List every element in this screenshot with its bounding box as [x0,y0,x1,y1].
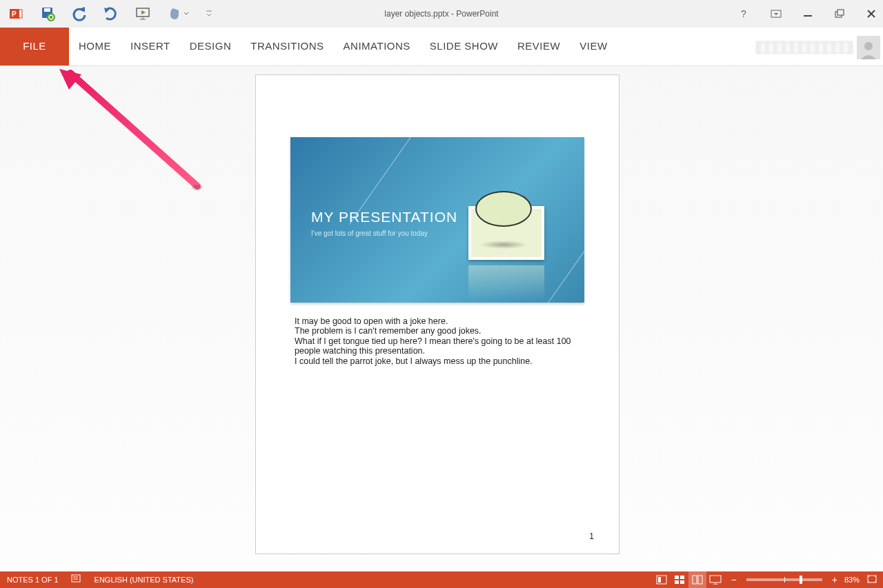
slide-subtitle-text: I've got lots of great stuff for you tod… [311,230,428,237]
zoom-level[interactable]: 83% [844,576,860,584]
minimize-icon[interactable] [800,6,815,21]
help-icon[interactable]: ? [737,6,752,21]
ribbon-display-icon[interactable] [768,6,784,21]
notes-line: What if I get tongue tied up here? I mea… [295,336,580,356]
ribbon-tabs: FILE HOME INSERT DESIGN TRANSITIONS ANIM… [0,28,883,66]
svg-rect-26 [675,580,679,584]
slideshow-start-icon[interactable] [134,5,152,23]
svg-point-5 [47,13,55,21]
notes-line: It may be good to open with a joke here. [295,316,580,326]
tab-animations[interactable]: ANIMATIONS [334,28,420,65]
svg-rect-24 [675,576,679,579]
page-number: 1 [589,531,594,541]
status-bar: NOTES 1 OF 1 ENGLISH (UNITED STATES) − +… [0,571,883,588]
notes-line: I could tell the parrot joke, but I alwa… [295,356,580,366]
tab-design[interactable]: DESIGN [180,28,241,65]
save-icon[interactable] [39,5,57,23]
powerpoint-icon[interactable]: P [7,5,25,23]
zoom-slider[interactable] [746,578,822,581]
slide-sorter-icon[interactable] [671,571,688,588]
restore-icon[interactable] [832,6,847,21]
account-name-blurred [756,41,853,54]
tab-home[interactable]: HOME [69,28,121,65]
spellcheck-icon[interactable] [71,574,82,585]
svg-point-18 [192,185,203,190]
tab-transitions[interactable]: TRANSITIONS [241,28,333,65]
window-title: layer objects.pptx - PowerPoint [384,9,498,19]
status-language[interactable]: ENGLISH (UNITED STATES) [95,576,194,584]
svg-rect-19 [72,575,80,582]
svg-rect-14 [837,10,844,15]
notes-page[interactable]: MY PRESENTATION I've got lots of great s… [255,74,619,554]
quick-access-toolbar: P [0,5,214,23]
normal-view-icon[interactable] [653,571,671,588]
svg-rect-4 [44,8,50,12]
svg-rect-23 [658,577,661,582]
status-notes-count[interactable]: NOTES 1 OF 1 [7,576,59,584]
reading-view-icon[interactable] [688,571,706,588]
account-area[interactable] [756,36,880,59]
notes-line: The problem is I can't remember any good… [295,326,580,336]
qat-customize-icon[interactable] [204,5,214,23]
shape-oval [475,191,532,227]
tab-view[interactable]: VIEW [570,28,617,65]
undo-icon[interactable] [70,5,88,23]
slide-title-text: MY PRESENTATION [311,209,457,225]
svg-point-17 [864,42,873,50]
slide-thumbnail[interactable]: MY PRESENTATION I've got lots of great s… [290,137,584,303]
svg-rect-25 [680,576,684,579]
touch-mode-icon[interactable] [166,5,190,23]
notes-page-view: MY PRESENTATION I've got lots of great s… [0,66,883,571]
svg-rect-30 [710,576,721,582]
annotation-arrow [39,69,218,207]
notes-text[interactable]: It may be good to open with a joke here.… [295,316,580,366]
shape-oval-shadow [479,241,528,249]
avatar-icon[interactable] [857,36,880,59]
close-icon[interactable] [864,6,879,21]
tab-review[interactable]: REVIEW [508,28,570,65]
tab-insert[interactable]: INSERT [121,28,180,65]
svg-rect-28 [693,576,697,584]
zoom-in-icon[interactable]: + [832,574,837,585]
view-buttons [653,571,724,588]
svg-rect-27 [680,580,684,584]
svg-rect-29 [698,576,702,584]
zoom-out-icon[interactable]: − [731,574,737,585]
tab-file[interactable]: FILE [0,28,69,65]
svg-text:?: ? [741,9,746,19]
tab-slideshow[interactable]: SLIDE SHOW [420,28,508,65]
shape-square-reflection [468,265,544,300]
window-controls: ? [737,6,879,21]
titlebar: P layer objects.pptx - PowerPoint ? [0,0,883,28]
redo-icon[interactable] [102,5,120,23]
slideshow-view-icon[interactable] [706,571,724,588]
fit-to-window-icon[interactable] [866,574,877,585]
svg-text:P: P [12,10,17,18]
